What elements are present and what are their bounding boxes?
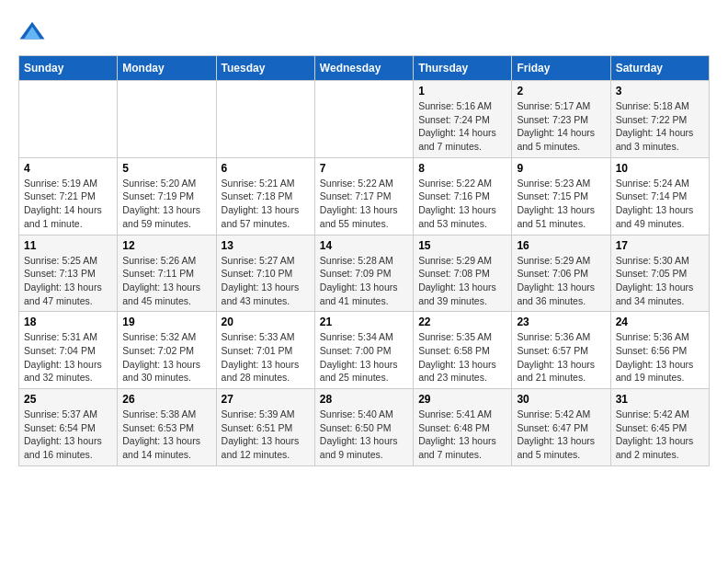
- day-number: 8: [418, 162, 506, 175]
- day-number: 19: [122, 316, 210, 328]
- calendar-cell: [216, 81, 314, 158]
- weekday-header-sunday: Sunday: [19, 56, 118, 81]
- day-info: Sunrise: 5:28 AM Sunset: 7:09 PM Dayligh…: [320, 254, 408, 308]
- day-number: 15: [418, 239, 506, 252]
- calendar-cell: 13Sunrise: 5:27 AM Sunset: 7:10 PM Dayli…: [216, 235, 314, 312]
- weekday-header-wednesday: Wednesday: [314, 56, 413, 81]
- calendar-table: SundayMondayTuesdayWednesdayThursdayFrid…: [18, 55, 710, 466]
- day-number: 25: [24, 393, 112, 406]
- calendar-cell: 31Sunrise: 5:42 AM Sunset: 6:45 PM Dayli…: [610, 389, 709, 466]
- day-number: 14: [320, 239, 408, 252]
- calendar-cell: 7Sunrise: 5:22 AM Sunset: 7:17 PM Daylig…: [314, 157, 413, 235]
- day-info: Sunrise: 5:42 AM Sunset: 6:47 PM Dayligh…: [517, 408, 605, 462]
- day-number: 12: [122, 239, 210, 252]
- day-info: Sunrise: 5:21 AM Sunset: 7:18 PM Dayligh…: [222, 177, 310, 231]
- day-info: Sunrise: 5:19 AM Sunset: 7:21 PM Dayligh…: [24, 177, 112, 231]
- day-info: Sunrise: 5:40 AM Sunset: 6:50 PM Dayligh…: [320, 408, 408, 462]
- day-number: 1: [418, 85, 506, 98]
- calendar-cell: 18Sunrise: 5:31 AM Sunset: 7:04 PM Dayli…: [19, 312, 118, 389]
- day-info: Sunrise: 5:27 AM Sunset: 7:10 PM Dayligh…: [222, 254, 310, 308]
- weekday-header-row: SundayMondayTuesdayWednesdayThursdayFrid…: [19, 56, 710, 81]
- day-number: 10: [616, 162, 704, 175]
- calendar-cell: 16Sunrise: 5:29 AM Sunset: 7:06 PM Dayli…: [512, 235, 610, 312]
- calendar-cell: 5Sunrise: 5:20 AM Sunset: 7:19 PM Daylig…: [118, 157, 216, 235]
- day-number: 28: [320, 393, 408, 406]
- day-info: Sunrise: 5:16 AM Sunset: 7:24 PM Dayligh…: [418, 99, 506, 154]
- day-number: 3: [616, 85, 704, 98]
- day-info: Sunrise: 5:30 AM Sunset: 7:05 PM Dayligh…: [616, 254, 704, 308]
- calendar-cell: 14Sunrise: 5:28 AM Sunset: 7:09 PM Dayli…: [314, 235, 413, 312]
- weekday-header-friday: Friday: [512, 56, 610, 81]
- day-number: 17: [616, 239, 704, 252]
- calendar-cell: 24Sunrise: 5:36 AM Sunset: 6:56 PM Dayli…: [610, 312, 709, 389]
- calendar-cell: 1Sunrise: 5:16 AM Sunset: 7:24 PM Daylig…: [414, 81, 512, 158]
- day-info: Sunrise: 5:29 AM Sunset: 7:08 PM Dayligh…: [418, 254, 506, 308]
- day-number: 24: [616, 316, 704, 328]
- calendar-cell: [19, 81, 118, 158]
- day-info: Sunrise: 5:20 AM Sunset: 7:19 PM Dayligh…: [122, 177, 210, 231]
- day-info: Sunrise: 5:37 AM Sunset: 6:54 PM Dayligh…: [24, 408, 112, 462]
- day-number: 5: [122, 162, 210, 175]
- day-info: Sunrise: 5:18 AM Sunset: 7:22 PM Dayligh…: [616, 99, 704, 154]
- day-number: 16: [517, 239, 605, 252]
- weekday-header-saturday: Saturday: [610, 56, 709, 81]
- day-number: 30: [517, 393, 605, 406]
- calendar-cell: 9Sunrise: 5:23 AM Sunset: 7:15 PM Daylig…: [512, 157, 610, 235]
- day-number: 27: [222, 393, 310, 406]
- day-info: Sunrise: 5:36 AM Sunset: 6:57 PM Dayligh…: [517, 330, 605, 385]
- day-info: Sunrise: 5:29 AM Sunset: 7:06 PM Dayligh…: [517, 254, 605, 308]
- day-info: Sunrise: 5:34 AM Sunset: 7:00 PM Dayligh…: [320, 330, 408, 385]
- calendar-cell: 10Sunrise: 5:24 AM Sunset: 7:14 PM Dayli…: [610, 157, 709, 235]
- day-number: 23: [517, 316, 605, 328]
- day-number: 26: [122, 393, 210, 406]
- day-info: Sunrise: 5:42 AM Sunset: 6:45 PM Dayligh…: [616, 408, 704, 462]
- calendar-cell: 22Sunrise: 5:35 AM Sunset: 6:58 PM Dayli…: [414, 312, 512, 389]
- week-row-2: 4Sunrise: 5:19 AM Sunset: 7:21 PM Daylig…: [19, 157, 710, 235]
- day-info: Sunrise: 5:35 AM Sunset: 6:58 PM Dayligh…: [418, 330, 506, 385]
- week-row-5: 25Sunrise: 5:37 AM Sunset: 6:54 PM Dayli…: [19, 389, 710, 466]
- calendar-cell: 8Sunrise: 5:22 AM Sunset: 7:16 PM Daylig…: [414, 157, 512, 235]
- calendar-cell: 4Sunrise: 5:19 AM Sunset: 7:21 PM Daylig…: [19, 157, 118, 235]
- calendar-cell: 15Sunrise: 5:29 AM Sunset: 7:08 PM Dayli…: [414, 235, 512, 312]
- day-number: 31: [616, 393, 704, 406]
- logo: [18, 18, 50, 46]
- day-number: 18: [24, 316, 112, 328]
- calendar-cell: 30Sunrise: 5:42 AM Sunset: 6:47 PM Dayli…: [512, 389, 610, 466]
- day-number: 20: [222, 316, 310, 328]
- day-info: Sunrise: 5:32 AM Sunset: 7:02 PM Dayligh…: [122, 330, 210, 385]
- calendar-cell: 25Sunrise: 5:37 AM Sunset: 6:54 PM Dayli…: [19, 389, 118, 466]
- calendar-cell: 11Sunrise: 5:25 AM Sunset: 7:13 PM Dayli…: [19, 235, 118, 312]
- calendar-cell: 2Sunrise: 5:17 AM Sunset: 7:23 PM Daylig…: [512, 81, 610, 158]
- day-info: Sunrise: 5:22 AM Sunset: 7:17 PM Dayligh…: [320, 177, 408, 231]
- day-info: Sunrise: 5:22 AM Sunset: 7:16 PM Dayligh…: [418, 177, 506, 231]
- day-info: Sunrise: 5:24 AM Sunset: 7:14 PM Dayligh…: [616, 177, 704, 231]
- calendar-cell: [118, 81, 216, 158]
- calendar-cell: 12Sunrise: 5:26 AM Sunset: 7:11 PM Dayli…: [118, 235, 216, 312]
- day-number: 4: [24, 162, 112, 175]
- logo-icon: [18, 18, 46, 46]
- calendar-cell: 19Sunrise: 5:32 AM Sunset: 7:02 PM Dayli…: [118, 312, 216, 389]
- day-number: 21: [320, 316, 408, 328]
- day-number: 29: [418, 393, 506, 406]
- day-number: 9: [517, 162, 605, 175]
- day-info: Sunrise: 5:38 AM Sunset: 6:53 PM Dayligh…: [122, 408, 210, 462]
- week-row-1: 1Sunrise: 5:16 AM Sunset: 7:24 PM Daylig…: [19, 81, 710, 158]
- day-info: Sunrise: 5:31 AM Sunset: 7:04 PM Dayligh…: [24, 330, 112, 385]
- day-info: Sunrise: 5:41 AM Sunset: 6:48 PM Dayligh…: [418, 408, 506, 462]
- calendar-cell: [314, 81, 413, 158]
- calendar-cell: 20Sunrise: 5:33 AM Sunset: 7:01 PM Dayli…: [216, 312, 314, 389]
- day-number: 6: [222, 162, 310, 175]
- weekday-header-thursday: Thursday: [414, 56, 512, 81]
- day-number: 13: [222, 239, 310, 252]
- week-row-4: 18Sunrise: 5:31 AM Sunset: 7:04 PM Dayli…: [19, 312, 710, 389]
- day-number: 7: [320, 162, 408, 175]
- calendar-cell: 21Sunrise: 5:34 AM Sunset: 7:00 PM Dayli…: [314, 312, 413, 389]
- calendar-cell: 6Sunrise: 5:21 AM Sunset: 7:18 PM Daylig…: [216, 157, 314, 235]
- weekday-header-monday: Monday: [118, 56, 216, 81]
- day-info: Sunrise: 5:25 AM Sunset: 7:13 PM Dayligh…: [24, 254, 112, 308]
- calendar-cell: 17Sunrise: 5:30 AM Sunset: 7:05 PM Dayli…: [610, 235, 709, 312]
- calendar-cell: 28Sunrise: 5:40 AM Sunset: 6:50 PM Dayli…: [314, 389, 413, 466]
- calendar-cell: 27Sunrise: 5:39 AM Sunset: 6:51 PM Dayli…: [216, 389, 314, 466]
- day-info: Sunrise: 5:23 AM Sunset: 7:15 PM Dayligh…: [517, 177, 605, 231]
- day-number: 22: [418, 316, 506, 328]
